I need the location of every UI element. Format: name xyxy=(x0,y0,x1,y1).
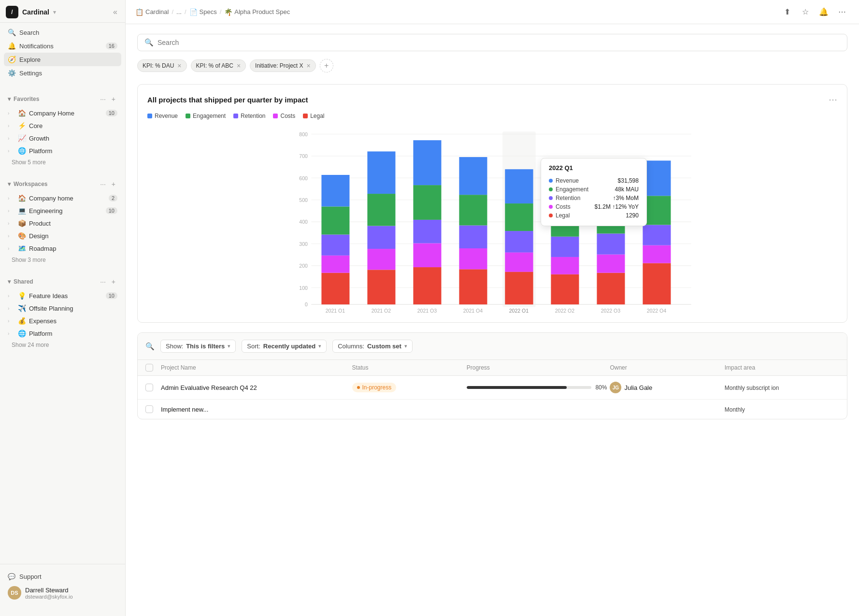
breadcrumb: 📋 Cardinal / ... / 📄 Specs / 🌴 Alpha Pro… xyxy=(135,8,290,16)
columns-value: Custom set xyxy=(367,343,401,350)
breadcrumb-cardinal[interactable]: 📋 Cardinal xyxy=(135,8,169,16)
shared-chevron-icon: ▾ xyxy=(8,278,11,285)
progress-bar: 80% xyxy=(467,384,610,391)
user-email: dsteward@skyfox.io xyxy=(25,594,73,600)
share-button[interactable]: ⬆ xyxy=(780,5,794,19)
workspace-item-company-home[interactable]: › 🏠 Company home 2 xyxy=(4,192,121,204)
svg-text:500: 500 xyxy=(299,197,308,203)
sort-button[interactable]: Sort: Recently updated ▾ xyxy=(242,340,327,353)
bar-2022q3-costs xyxy=(597,255,625,273)
table-search-icon[interactable]: 🔍 xyxy=(145,342,155,351)
search-input[interactable] xyxy=(157,39,840,46)
workspaces-add-button[interactable]: + xyxy=(110,179,117,189)
workspace-item-design[interactable]: › 🎨 Design xyxy=(4,229,121,242)
bar-2021q3-costs xyxy=(413,243,441,267)
shared-add-button[interactable]: + xyxy=(110,277,117,287)
show-label: Show: xyxy=(166,343,183,350)
svg-text:200: 200 xyxy=(299,263,308,269)
row-checkbox[interactable] xyxy=(145,384,153,391)
shared-item-offsite-planning[interactable]: › ✈️ Offsite Planning xyxy=(4,302,121,315)
favorites-more-button[interactable]: ··· xyxy=(98,94,108,104)
chart-area: 800 700 600 500 400 300 200 100 0 xyxy=(147,129,837,313)
specs-icon: 📄 xyxy=(189,8,198,16)
shared-item-feature-ideas[interactable]: › 💡 Feature Ideas 10 xyxy=(4,289,121,302)
favorites-actions: ··· + xyxy=(98,94,117,104)
chip-close-icon[interactable]: × xyxy=(306,62,310,70)
tooltip-label: Legal xyxy=(549,212,570,219)
columns-button[interactable]: Columns: Custom set ▾ xyxy=(332,340,413,353)
sidebar-item-settings[interactable]: ⚙️ Settings xyxy=(4,66,121,80)
collapse-sidebar-button[interactable]: « xyxy=(111,6,119,18)
bar-2022q4-legal xyxy=(643,263,671,305)
chevron-right-icon: › xyxy=(8,148,14,154)
filter-chip-initiative[interactable]: Initiative: Project X × xyxy=(250,59,316,72)
bar-2021q2-costs xyxy=(367,249,395,270)
workspaces-show-more[interactable]: Show 3 more xyxy=(4,255,121,267)
favorites-show-more[interactable]: Show 5 more xyxy=(4,157,121,170)
row-checkbox[interactable] xyxy=(145,405,153,413)
shared-item-expenses[interactable]: › 💰 Expenses xyxy=(4,315,121,327)
workspace-item-engineering[interactable]: › 💻 Engineering 10 xyxy=(4,204,121,217)
more-options-button[interactable]: ⋯ xyxy=(835,5,849,19)
workspace-item-product[interactable]: › 📦 Product xyxy=(4,217,121,229)
support-item[interactable]: 💬 Support xyxy=(4,570,121,583)
shared-more-button[interactable]: ··· xyxy=(98,277,108,287)
offsite-planning-icon: ✈️ xyxy=(17,304,26,312)
user-profile-item[interactable]: DS Darrell Steward dsteward@skyfox.io xyxy=(4,583,121,602)
shared-platform-icon: 🌐 xyxy=(17,329,26,337)
filter-chip-kpi-abc[interactable]: KPI: % of ABC × xyxy=(191,59,246,72)
sidebar-item-notifications[interactable]: 🔔 Notifications 16 xyxy=(4,39,121,53)
col-header-status: Status xyxy=(352,364,467,371)
favorites-item-company-home[interactable]: › 🏠 Company Home 10 xyxy=(4,107,121,119)
engineering-icon: 💻 xyxy=(17,207,26,215)
legend-dot-revenue xyxy=(147,114,152,118)
shared-item-platform[interactable]: › 🌐 Platform xyxy=(4,327,121,340)
tooltip-row-revenue: Revenue $31,598 xyxy=(549,176,639,185)
col-header-impact: Impact area xyxy=(725,364,839,371)
chip-close-icon[interactable]: × xyxy=(237,62,241,70)
shared-show-more[interactable]: Show 24 more xyxy=(4,340,121,352)
svg-text:0: 0 xyxy=(305,301,308,307)
tooltip-row-retention: Retention ↑3% MoM xyxy=(549,194,639,202)
bar-2021q2-legal xyxy=(367,270,395,304)
bar-2022q4-costs xyxy=(643,245,671,263)
favorites-item-core[interactable]: › ⚡ Core xyxy=(4,119,121,132)
tooltip-value-engagement: 48k MAU xyxy=(615,186,639,193)
shared-section-header: ▾ Shared ··· + xyxy=(4,275,121,288)
sidebar-item-explore[interactable]: 🧭 Explore xyxy=(4,53,121,66)
select-all-checkbox[interactable] xyxy=(145,364,153,372)
favorites-item-platform[interactable]: › 🌐 Platform xyxy=(4,144,121,157)
chart-menu-button[interactable]: ⋯ xyxy=(829,94,837,105)
company-home-icon: 🏠 xyxy=(17,109,26,117)
app-logo[interactable]: / Cardinal ▾ xyxy=(6,6,56,18)
progress-bar-fill xyxy=(467,386,567,389)
breadcrumb-specs[interactable]: 📄 Specs xyxy=(189,8,217,16)
show-filter-button[interactable]: Show: This is filters ▾ xyxy=(160,340,236,353)
chip-close-icon[interactable]: × xyxy=(177,62,181,70)
favorites-item-growth[interactable]: › 📈 Growth xyxy=(4,132,121,144)
sidebar-item-search[interactable]: 🔍 Search xyxy=(4,26,121,39)
svg-text:700: 700 xyxy=(299,153,308,159)
favorite-button[interactable]: ☆ xyxy=(798,5,813,19)
growth-icon: 📈 xyxy=(17,134,26,142)
row-check xyxy=(145,405,161,413)
chevron-right-icon: › xyxy=(8,221,14,226)
add-filter-button[interactable]: + xyxy=(320,59,333,72)
columns-chevron-icon: ▾ xyxy=(404,343,407,349)
bar-2021q2-revenue xyxy=(367,151,395,194)
bar-2021q4-retention xyxy=(459,226,487,249)
favorites-add-button[interactable]: + xyxy=(110,94,117,104)
breadcrumb-ellipsis[interactable]: ... xyxy=(176,8,182,15)
bar-2021q3-engagement xyxy=(413,185,441,220)
tooltip-label: Retention xyxy=(549,195,580,201)
sort-label: Sort: xyxy=(247,343,260,350)
tooltip-title: 2022 Q1 xyxy=(549,164,639,172)
workspace-item-roadmap[interactable]: › 🗺️ Roadmap xyxy=(4,242,121,255)
shared-section: ▾ Shared ··· + › 💡 Feature Ideas 10 › ✈️… xyxy=(0,269,125,354)
main-search-bar[interactable]: 🔍 xyxy=(137,34,847,51)
breadcrumb-alpha-product[interactable]: 🌴 Alpha Product Spec xyxy=(224,8,290,16)
notification-button[interactable]: 🔔 xyxy=(816,5,831,19)
filter-chip-kpi-dau[interactable]: KPI: % DAU × xyxy=(137,59,187,72)
workspaces-more-button[interactable]: ··· xyxy=(98,179,108,189)
chart-tooltip: 2022 Q1 Revenue $31,598 Engagement xyxy=(541,158,647,226)
